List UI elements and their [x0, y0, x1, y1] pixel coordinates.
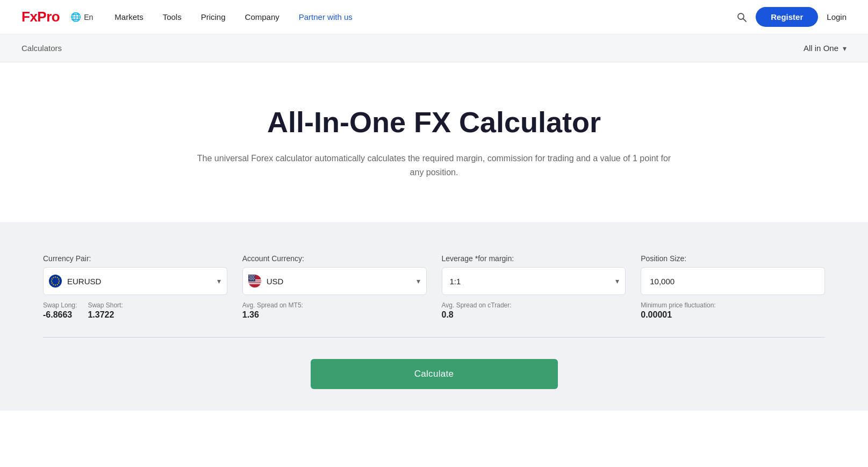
avg-spread-mt5-group: Avg. Spread on MT5: 1.36	[242, 301, 303, 320]
calculator-type-selector[interactable]: All in One ▾	[804, 44, 847, 53]
calculator-fields-row: Currency Pair:	[43, 254, 825, 320]
currency-pair-field: Currency Pair:	[43, 254, 227, 320]
svg-line-1	[743, 18, 747, 21]
main-nav: Markets Tools Pricing Company Partner wi…	[114, 12, 736, 21]
login-button[interactable]: Login	[827, 12, 847, 21]
account-currency-field: Account Currency:	[242, 254, 427, 320]
swap-long-label: Swap Long:	[43, 301, 77, 309]
sub-header: Calculators All in One ▾	[0, 34, 868, 62]
search-icon	[736, 12, 747, 23]
leverage-label: Leverage *for margin:	[442, 254, 626, 263]
leverage-field: Leverage *for margin: 1:1 ▾ Avg. Spread …	[442, 254, 626, 320]
account-currency-stats: Avg. Spread on MT5: 1.36	[242, 301, 427, 320]
nav-company[interactable]: Company	[245, 12, 279, 21]
header-actions: Register Login	[736, 7, 847, 27]
currency-pair-select[interactable]: EURUSD	[43, 267, 227, 295]
nav-markets[interactable]: Markets	[114, 12, 143, 21]
avg-spread-ctrader-label: Avg. Spread on cTrader:	[442, 301, 512, 309]
avg-spread-mt5-value: 1.36	[242, 310, 303, 320]
min-price-fluctuation-label: Minimum price fluctuation:	[641, 301, 715, 309]
avg-spread-ctrader-value: 0.8	[442, 310, 512, 320]
calculate-button-wrapper: Calculate	[0, 359, 868, 411]
chevron-down-icon: ▾	[843, 44, 847, 53]
currency-pair-stats: Swap Long: -6.8663 Swap Short: 1.3722	[43, 301, 227, 320]
swap-short-value: 1.3722	[88, 310, 123, 320]
currency-pair-label: Currency Pair:	[43, 254, 227, 263]
min-price-fluctuation-group: Minimum price fluctuation: 0.00001	[641, 301, 715, 320]
leverage-select[interactable]: 1:1	[442, 267, 626, 295]
calculator-section: Currency Pair:	[0, 222, 868, 359]
swap-long-value: -6.8663	[43, 310, 77, 320]
header: FxPro 🌐 En Markets Tools Pricing Company…	[0, 0, 868, 34]
register-button[interactable]: Register	[756, 7, 818, 27]
avg-spread-ctrader-group: Avg. Spread on cTrader: 0.8	[442, 301, 512, 320]
globe-icon: 🌐	[70, 12, 81, 22]
language-selector[interactable]: 🌐 En	[70, 12, 93, 22]
nav-tools[interactable]: Tools	[163, 12, 182, 21]
search-button[interactable]	[736, 12, 747, 23]
account-currency-label: Account Currency:	[242, 254, 427, 263]
hero-title: All-In-One FX Calculator	[21, 105, 847, 139]
calculator-type-label: All in One	[804, 44, 838, 53]
leverage-stats: Avg. Spread on cTrader: 0.8	[442, 301, 626, 320]
nav-pricing[interactable]: Pricing	[201, 12, 226, 21]
logo-text: FxPro	[21, 9, 60, 25]
calculators-label: Calculators	[21, 44, 62, 53]
position-size-label: Position Size:	[641, 254, 825, 263]
min-price-fluctuation-value: 0.00001	[641, 310, 715, 320]
hero-section: All-In-One FX Calculator The universal F…	[0, 62, 868, 222]
currency-pair-wrapper: EURUSD ▾	[43, 267, 227, 295]
avg-spread-mt5-label: Avg. Spread on MT5:	[242, 301, 303, 309]
calculate-button[interactable]: Calculate	[311, 359, 558, 389]
account-currency-select[interactable]: USD	[242, 267, 427, 295]
position-size-field: Position Size: Minimum price fluctuation…	[641, 254, 825, 320]
hero-subtitle: The universal Forex calculator automatic…	[192, 152, 676, 179]
position-size-input[interactable]	[641, 267, 825, 295]
swap-long-group: Swap Long: -6.8663	[43, 301, 77, 320]
lang-label: En	[84, 13, 93, 21]
calculator-divider	[43, 337, 825, 337]
leverage-wrapper: 1:1 ▾	[442, 267, 626, 295]
swap-short-label: Swap Short:	[88, 301, 123, 309]
account-currency-wrapper: USD ▾	[242, 267, 427, 295]
swap-short-group: Swap Short: 1.3722	[88, 301, 123, 320]
nav-partner[interactable]: Partner with us	[299, 12, 353, 21]
position-size-stats: Minimum price fluctuation: 0.00001	[641, 301, 825, 320]
logo: FxPro	[21, 9, 60, 25]
